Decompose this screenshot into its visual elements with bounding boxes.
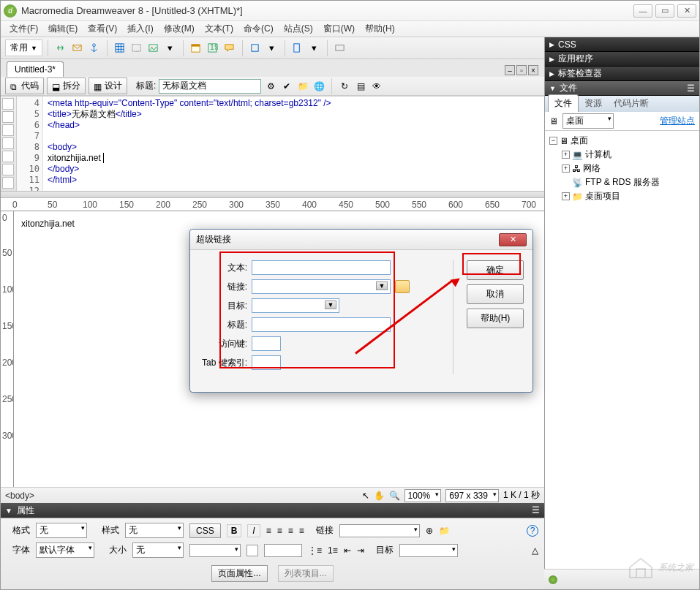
manage-sites-link[interactable]: 管理站点 xyxy=(660,115,695,127)
menu-modify[interactable]: 修改(M) xyxy=(159,21,199,37)
dlg-accesskey-input[interactable] xyxy=(252,336,281,351)
head-icon[interactable] xyxy=(248,41,263,56)
window-size-combo[interactable]: 697 x 339 xyxy=(445,489,499,502)
server-include-icon[interactable]: 19 xyxy=(206,41,220,56)
doc-close-button[interactable]: × xyxy=(528,65,538,75)
align-justify-icon[interactable]: ≡ xyxy=(299,526,304,536)
zoom-combo[interactable]: 100% xyxy=(404,489,442,502)
split-view-button[interactable]: ⬓拆分 xyxy=(47,77,86,94)
tab-snippets[interactable]: 代码片断 xyxy=(608,95,655,112)
dlg-cancel-button[interactable]: 取消 xyxy=(467,284,524,304)
tag-selector[interactable]: <body> xyxy=(5,491,34,501)
expand-icon[interactable]: △ xyxy=(532,545,538,556)
close-button[interactable]: ✕ xyxy=(677,4,696,18)
script-icon[interactable]: ▾ xyxy=(265,41,279,56)
dialog-titlebar[interactable]: 超级链接 ✕ xyxy=(190,230,532,250)
tree-network[interactable]: 网络 xyxy=(583,162,601,175)
code-tool-3[interactable] xyxy=(2,124,14,136)
code-tool-4[interactable] xyxy=(2,137,14,149)
outdent-icon[interactable]: ⇤ xyxy=(344,545,351,556)
panel-menu-icon[interactable]: ☰ xyxy=(532,505,540,515)
size-combo[interactable]: 无 xyxy=(132,542,184,558)
menu-file[interactable]: 文件(F) xyxy=(5,21,42,37)
view-options-icon[interactable]: ▤ xyxy=(354,80,367,93)
files-panel-header[interactable]: ▼文件☰ xyxy=(545,81,699,96)
tag-inspector-panel-header[interactable]: ▶标签检查器 xyxy=(545,67,699,81)
css-button[interactable]: CSS xyxy=(189,523,221,538)
help-icon[interactable]: ? xyxy=(527,525,538,537)
div-icon[interactable] xyxy=(129,41,144,56)
tree-ftp[interactable]: FTP & RDS 服务器 xyxy=(585,176,660,189)
indent-icon[interactable]: ⇥ xyxy=(357,545,364,556)
title-input[interactable] xyxy=(159,79,261,94)
tab-files[interactable]: 文件 xyxy=(548,94,579,112)
dlg-ok-button[interactable]: 确定 xyxy=(467,260,524,280)
code-editor[interactable]: <meta http-equiv="Content-Type" content=… xyxy=(43,97,544,191)
dlg-target-combo[interactable] xyxy=(252,298,339,313)
anchor-icon[interactable] xyxy=(87,41,102,56)
text-color-swatch[interactable] xyxy=(246,545,258,556)
list-ol-icon[interactable]: 1≡ xyxy=(328,545,338,556)
menu-edit[interactable]: 编辑(E) xyxy=(44,21,82,37)
properties-header[interactable]: ▼ 属性 ☰ xyxy=(1,503,544,518)
italic-button[interactable]: I xyxy=(247,524,260,537)
site-combo[interactable]: 桌面 xyxy=(562,113,614,129)
date-icon[interactable] xyxy=(189,41,203,56)
dlg-tabindex-input[interactable] xyxy=(252,355,281,370)
expand-toggle[interactable]: + xyxy=(562,192,570,200)
templates-icon[interactable] xyxy=(290,41,305,56)
list-ul-icon[interactable]: ⋮≡ xyxy=(308,545,322,556)
code-tool-6[interactable] xyxy=(2,164,14,175)
menu-commands[interactable]: 命令(C) xyxy=(239,21,278,37)
image-icon[interactable] xyxy=(146,41,161,56)
tab-assets[interactable]: 资源 xyxy=(579,95,608,112)
menu-window[interactable]: 窗口(W) xyxy=(319,21,359,37)
size-unit-combo[interactable] xyxy=(189,544,241,557)
tree-desktop-items[interactable]: 桌面项目 xyxy=(585,190,620,203)
panel-menu-icon[interactable]: ☰ xyxy=(687,83,695,94)
expand-toggle[interactable]: + xyxy=(562,164,570,173)
file-mgmt-icon[interactable]: 📁 xyxy=(296,80,309,93)
point-to-file-icon[interactable]: ⊕ xyxy=(426,526,433,536)
tree-computer[interactable]: 计算机 xyxy=(585,148,611,161)
text-color-input[interactable] xyxy=(264,544,302,557)
code-tool-1[interactable] xyxy=(2,98,14,110)
insert-category-dropdown[interactable]: 常用 ▼ xyxy=(5,39,42,56)
split-divider[interactable] xyxy=(1,191,544,198)
align-left-icon[interactable]: ≡ xyxy=(266,526,271,536)
css-panel-header[interactable]: ▶CSS xyxy=(545,37,699,52)
maximize-button[interactable]: ▭ xyxy=(655,4,674,18)
visual-aids-icon[interactable]: 👁 xyxy=(370,80,383,93)
expand-toggle[interactable]: − xyxy=(549,137,557,145)
validate-icon[interactable]: ✔ xyxy=(280,80,293,93)
tag-chooser-icon[interactable]: ▾ xyxy=(307,41,322,56)
doc-minimize-button[interactable]: – xyxy=(505,65,515,75)
menu-help[interactable]: 帮助(H) xyxy=(361,21,399,37)
preview-icon[interactable]: 🌐 xyxy=(312,80,325,93)
comment-icon[interactable] xyxy=(222,41,237,56)
browse-icon[interactable]: 📁 xyxy=(439,526,450,536)
align-right-icon[interactable]: ≡ xyxy=(288,526,293,536)
minimize-button[interactable]: — xyxy=(633,4,652,18)
hand-tool-icon[interactable]: ✋ xyxy=(374,491,385,501)
hyperlink-icon[interactable] xyxy=(53,41,68,56)
align-center-icon[interactable]: ≡ xyxy=(277,526,282,536)
document-tab[interactable]: Untitled-3* xyxy=(7,61,64,77)
more-icon[interactable] xyxy=(333,41,347,56)
target-combo[interactable] xyxy=(399,544,458,557)
media-icon[interactable]: ▾ xyxy=(163,41,178,56)
dlg-help-button[interactable]: 帮助(H) xyxy=(467,309,524,328)
code-tool-2[interactable] xyxy=(2,111,14,123)
menu-insert[interactable]: 插入(I) xyxy=(123,21,157,37)
menu-site[interactable]: 站点(S) xyxy=(279,21,317,37)
tree-desktop[interactable]: 桌面 xyxy=(571,135,588,147)
code-tool-5[interactable] xyxy=(2,151,14,162)
table-icon[interactable] xyxy=(113,41,127,56)
browser-check-icon[interactable]: ⚙ xyxy=(264,80,277,93)
email-link-icon[interactable] xyxy=(70,41,85,56)
dlg-title-input[interactable] xyxy=(252,317,391,332)
format-combo[interactable]: 无 xyxy=(36,523,87,538)
menu-view[interactable]: 查看(V) xyxy=(83,21,121,37)
doc-restore-button[interactable]: ▫ xyxy=(516,65,527,75)
link-combo[interactable] xyxy=(339,524,420,537)
